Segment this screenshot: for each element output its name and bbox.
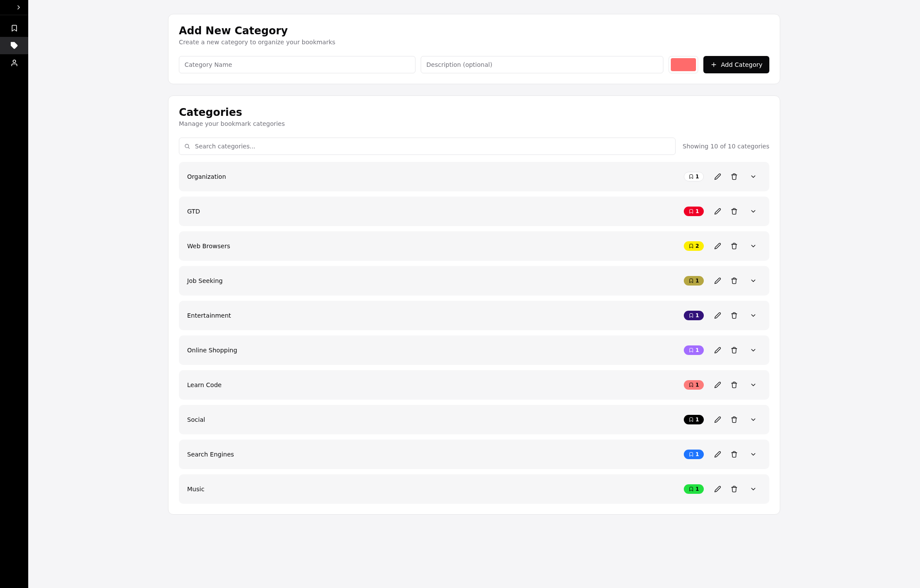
trash-icon [731,451,738,458]
add-category-title: Add New Category [179,25,769,37]
sidebar-item-categories[interactable] [0,37,28,54]
category-row: GTD1 [179,197,769,226]
bookmark-icon [689,486,694,492]
category-name: Social [187,416,205,423]
sidebar [0,0,28,529]
chevron-down-icon [750,381,757,388]
category-color-input[interactable] [669,56,698,73]
pencil-icon [714,243,721,250]
bookmark-icon [689,174,694,179]
edit-category-button[interactable] [710,481,725,497]
category-actions: 1 [684,204,761,219]
bookmark-icon [689,243,694,249]
category-name: Music [187,486,204,493]
bookmark-count: 1 [696,382,699,388]
category-name: Online Shopping [187,347,237,354]
expand-category-button[interactable] [745,204,761,219]
category-actions: 1 [684,169,761,184]
pencil-icon [714,381,721,388]
bookmark-count-badge: 2 [684,241,704,251]
category-actions: 1 [684,412,761,427]
expand-category-button[interactable] [745,412,761,427]
delete-category-button[interactable] [726,238,742,254]
delete-category-button[interactable] [726,377,742,393]
bookmark-count: 2 [696,243,699,249]
sidebar-item-bookmarks[interactable] [0,20,28,37]
category-desc-input[interactable] [421,56,663,73]
sidebar-group [0,20,28,72]
expand-category-button[interactable] [745,342,761,358]
bookmark-count: 1 [696,486,699,492]
chevron-down-icon [750,416,757,423]
delete-category-button[interactable] [726,273,742,289]
pencil-icon [714,486,721,493]
chevron-right-icon [15,4,22,11]
categories-card: Categories Manage your bookmark categori… [168,95,780,515]
expand-category-button[interactable] [745,308,761,323]
sidebar-expand-button[interactable] [0,0,28,15]
bookmark-count: 1 [696,451,699,457]
search-categories-input[interactable] [179,138,676,155]
edit-category-button[interactable] [710,342,725,358]
category-row: Music1 [179,474,769,504]
bookmark-icon [689,382,694,388]
pencil-icon [714,277,721,284]
add-category-button[interactable]: Add Category [703,56,769,73]
expand-category-button[interactable] [745,238,761,254]
bookmark-count: 1 [696,278,699,284]
chevron-down-icon [750,208,757,215]
pencil-icon [714,416,721,423]
delete-category-button[interactable] [726,412,742,427]
tag-icon [10,42,18,49]
category-actions: 1 [684,481,761,497]
pencil-icon [714,208,721,215]
trash-icon [731,173,738,180]
sidebar-item-profile[interactable] [0,54,28,72]
category-name: Search Engines [187,451,234,458]
trash-icon [731,486,738,493]
trash-icon [731,416,738,423]
expand-category-button[interactable] [745,377,761,393]
expand-category-button[interactable] [745,169,761,184]
categories-toolbar: Showing 10 of 10 categories [179,138,769,155]
chevron-down-icon [750,173,757,180]
bookmark-icon [689,209,694,214]
edit-category-button[interactable] [710,412,725,427]
delete-category-button[interactable] [726,204,742,219]
delete-category-button[interactable] [726,342,742,358]
category-name-input[interactable] [179,56,415,73]
category-row: Job Seeking1 [179,266,769,296]
bookmark-count-badge: 1 [684,207,704,216]
plus-icon [710,61,717,68]
expand-category-button[interactable] [745,447,761,462]
edit-category-button[interactable] [710,308,725,323]
pencil-icon [714,312,721,319]
bookmark-count: 1 [696,417,699,423]
bookmark-count: 1 [696,347,699,353]
delete-category-button[interactable] [726,481,742,497]
chevron-down-icon [750,451,757,458]
trash-icon [731,347,738,354]
category-row: Learn Code1 [179,370,769,400]
edit-category-button[interactable] [710,204,725,219]
delete-category-button[interactable] [726,308,742,323]
bookmark-icon [689,417,694,422]
delete-category-button[interactable] [726,447,742,462]
edit-category-button[interactable] [710,273,725,289]
add-category-form: Add Category [179,56,769,73]
category-list: Organization1GTD1Web Browsers2Job Seekin… [179,162,769,504]
edit-category-button[interactable] [710,238,725,254]
edit-category-button[interactable] [710,169,725,184]
trash-icon [731,381,738,388]
edit-category-button[interactable] [710,377,725,393]
chevron-down-icon [750,277,757,284]
category-name: Learn Code [187,381,221,388]
trash-icon [731,243,738,250]
category-row: Search Engines1 [179,440,769,469]
bookmark-count-badge: 1 [684,345,704,355]
edit-category-button[interactable] [710,447,725,462]
delete-category-button[interactable] [726,169,742,184]
content: Add New Category Create a new category t… [168,14,780,515]
expand-category-button[interactable] [745,481,761,497]
expand-category-button[interactable] [745,273,761,289]
